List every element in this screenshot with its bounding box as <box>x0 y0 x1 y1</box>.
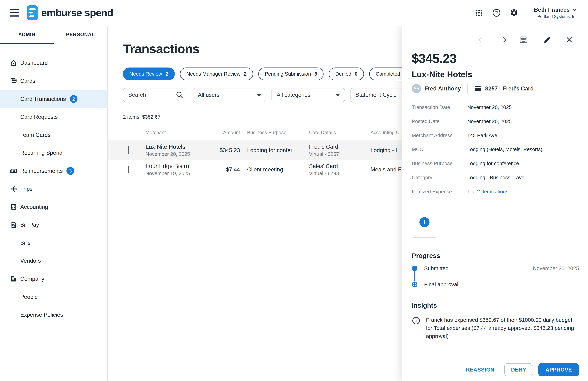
field-value: Lodging for conference <box>467 160 519 166</box>
step-current-dot <box>412 282 418 287</box>
field-value: Lodging (Hotels, Motels, Resorts) <box>467 146 542 152</box>
amount: $7.44 <box>206 166 240 173</box>
search-icon <box>175 91 184 100</box>
step-done-dot <box>412 266 418 271</box>
chip-count: 2 <box>244 71 247 77</box>
search-box <box>123 88 188 102</box>
field-label: Business Purpose <box>412 160 467 166</box>
sidebar-item-people[interactable]: People <box>0 288 107 306</box>
field-value: 145 Park Ave <box>467 133 497 138</box>
sidebar-item-card-requests[interactable]: Card Requests <box>0 108 107 126</box>
field-value: November 20, 2025 <box>467 104 512 110</box>
col-merchant: Merchant <box>146 130 206 135</box>
sidebar-item-label: Accounting <box>20 204 48 210</box>
detail-fields: Transaction Date November 20, 2025 Poste… <box>412 100 579 199</box>
add-receipt-card[interactable]: + <box>412 207 437 238</box>
previous-icon[interactable] <box>477 35 484 44</box>
sidebar-item-label: Dashboard <box>20 60 48 66</box>
tab-admin[interactable]: ADMIN <box>0 26 54 44</box>
keyboard-shortcuts-icon[interactable] <box>519 35 528 45</box>
dropdown-value: All users <box>198 92 220 98</box>
company-name: Portland Systems, Inc <box>537 14 578 19</box>
plane-icon <box>10 185 17 193</box>
divider <box>467 84 467 94</box>
sidebar-item-cards[interactable]: Cards <box>0 72 107 90</box>
apps-grid-icon[interactable] <box>474 8 483 17</box>
dropdown-value: Statement Cycle <box>356 92 397 98</box>
caret-down-icon <box>336 94 340 97</box>
avatar: MA <box>412 84 421 93</box>
settings-gear-icon[interactable] <box>510 8 519 17</box>
calculator-icon <box>10 203 17 211</box>
panel-amount: $345.23 <box>412 51 579 66</box>
count-badge: 3 <box>66 167 74 175</box>
chip-pending-submission[interactable]: Pending Submission 3 <box>258 67 324 80</box>
panel-toolbar <box>402 35 573 45</box>
cards-icon <box>10 77 17 85</box>
itemizations-link[interactable]: 1 of 2 Itemizations <box>467 189 508 195</box>
reassign-button[interactable]: REASSIGN <box>466 367 494 373</box>
help-icon[interactable]: ? <box>492 8 501 17</box>
panel-meta: MA Fred Anthony 3257 - Fred's Card <box>412 84 579 94</box>
row-checkbox[interactable] <box>128 166 129 173</box>
insights-heading: Insights <box>412 302 579 309</box>
merchant-name: Four Edge Bistro <box>146 163 206 169</box>
deny-button[interactable]: DENY <box>504 363 533 376</box>
sidebar-item-label: Vendors <box>20 258 41 264</box>
field-row: Itemized Expense 1 of 2 Itemizations <box>412 185 579 199</box>
insight-item: Franck has expensed $352.67 of their $10… <box>412 316 579 340</box>
sidebar-item-card-transactions[interactable]: Card Transactions 2 <box>0 90 107 108</box>
card-label: 3257 - Fred's Card <box>485 85 534 92</box>
sidebar-nav: Dashboard Cards Card Transactions 2 Card… <box>0 54 107 324</box>
sidebar-item-label: Cards <box>20 78 35 84</box>
svg-text:?: ? <box>495 10 498 15</box>
sidebar-item-vendors[interactable]: Vendors <box>0 252 107 270</box>
account-menu[interactable]: Beth Frances Portland Systems, Inc <box>534 7 577 19</box>
chevron-down-icon <box>572 7 578 13</box>
sidebar-item-bill-pay[interactable]: $ Bill Pay <box>0 216 107 234</box>
sidebar-item-accounting[interactable]: Accounting <box>0 198 107 216</box>
field-label: MCC <box>412 146 467 152</box>
sidebar-item-company[interactable]: Company <box>0 270 107 288</box>
sidebar-item-trips[interactable]: Trips <box>0 180 107 198</box>
users-filter-dropdown[interactable]: All users <box>193 88 266 102</box>
sidebar-item-expense-policies[interactable]: Expense Policies <box>0 306 107 324</box>
sidebar-item-label: Card Transactions <box>20 96 66 102</box>
field-label: Merchant Address <box>412 133 467 138</box>
topbar: emburse spend ? Beth Frances Portland Sy… <box>0 0 588 26</box>
panel-actions: REASSIGN DENY APPROVE <box>466 363 579 376</box>
row-checkbox[interactable] <box>128 146 129 154</box>
chip-label: Needs Review <box>129 71 162 77</box>
sidebar-item-label: Reimbursements <box>20 168 63 174</box>
caret-down-icon <box>257 94 261 97</box>
cardholder-name: Fred Anthony <box>424 85 461 92</box>
edit-pencil-icon[interactable] <box>544 36 551 44</box>
chip-label: Pending Submission <box>265 71 311 77</box>
insight-text: Franck has expensed $352.67 of their $10… <box>426 316 579 340</box>
chip-denied[interactable]: Denied 0 <box>329 67 364 80</box>
close-icon[interactable] <box>566 36 573 43</box>
approve-button[interactable]: APPROVE <box>538 363 579 376</box>
next-icon[interactable] <box>501 35 508 44</box>
panel-merchant: Lux-Nite Hotels <box>412 69 579 79</box>
hamburger-menu-icon[interactable] <box>10 9 20 17</box>
field-label: Posted Date <box>412 119 467 124</box>
sidebar-item-label: Recurring Spend <box>20 150 63 156</box>
count-badge: 2 <box>70 95 78 103</box>
tab-personal[interactable]: PERSONAL <box>54 26 107 44</box>
plus-icon[interactable]: + <box>420 217 430 227</box>
chip-count: 2 <box>166 71 168 77</box>
categories-filter-dropdown[interactable]: All categories <box>272 88 345 102</box>
field-row: Category Lodging - Business Travel <box>412 171 579 185</box>
sidebar-item-recurring-spend[interactable]: Recurring Spend <box>0 144 107 162</box>
field-label: Category <box>412 175 467 180</box>
sidebar-item-reimbursements[interactable]: Reimbursements 3 <box>0 162 107 180</box>
chip-needs-manager-review[interactable]: Needs Manager Review 2 <box>180 67 253 80</box>
field-label: Transaction Date <box>412 104 467 110</box>
progress-step-submitted: Submitted November 20, 2025 <box>412 265 579 271</box>
field-row: Business Purpose Lodging for conference <box>412 157 579 171</box>
sidebar-item-bills[interactable]: Bills <box>0 234 107 252</box>
sidebar-item-team-cards[interactable]: Team Cards <box>0 126 107 144</box>
sidebar-item-dashboard[interactable]: Dashboard <box>0 54 107 72</box>
chip-needs-review[interactable]: Needs Review 2 <box>123 67 175 80</box>
